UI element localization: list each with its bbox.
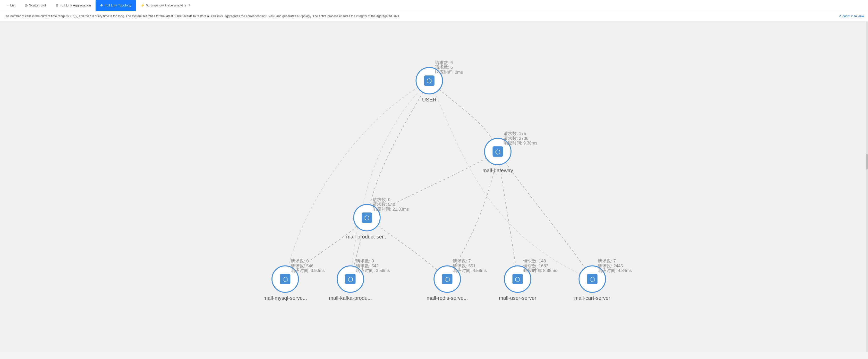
list-icon: ≡ <box>7 3 9 7</box>
node-USER-icon: ⬡ <box>427 77 432 85</box>
node-kafka-stat2: 请求数: 542 <box>356 263 379 268</box>
node-gateway-stat3: 响应时间: 9.38ms <box>503 141 537 145</box>
tab-aggregation-label: Full Link Aggregation <box>60 3 91 7</box>
node-product-stat1: 请求数: 0 <box>373 197 391 202</box>
tab-list-label: List <box>10 3 16 7</box>
node-cart-stat3: 响应时间: 4.84ms <box>598 268 631 273</box>
node-mysql-label: mall-mysql-serve... <box>264 295 307 301</box>
node-gateway-label: mall-gateway <box>483 168 513 173</box>
tab-trace[interactable]: ⚡ Wrong/slow Trace analysis ? <box>136 0 195 11</box>
info-bar: The number of calls in the current time … <box>0 11 868 22</box>
node-gateway-stat1: 请求数: 175 <box>503 131 526 136</box>
node-mall-product[interactable]: ⬡ 请求数: 0 请求数: 546 响应时间: 21.33ms mall-pro… <box>346 197 409 239</box>
edge-user-wide3 <box>429 80 592 279</box>
node-redis-icon: ⬡ <box>444 276 450 283</box>
tab-topology[interactable]: ⊛ Full Link Topology <box>96 0 136 11</box>
edge-user-gateway <box>429 80 498 152</box>
tab-scatter-label: Scatter plot <box>29 3 46 7</box>
tab-scatter[interactable]: ◎ Scatter plot <box>20 0 51 11</box>
node-mysql-stat2: 请求数: 546 <box>291 263 313 268</box>
scrollbar-thumb[interactable] <box>866 154 868 169</box>
node-cart-icon: ⬡ <box>590 276 595 283</box>
node-USER[interactable]: ⬡ 请求数: 6 请求数: 6 响应时间: 0ms USER <box>416 60 463 102</box>
tab-trace-label: Wrong/slow Trace analysis <box>146 3 186 7</box>
node-mall-user[interactable]: ⬡ 请求数: 148 请求数: 1687 响应时间: 8.85ms mall-u… <box>499 259 557 301</box>
node-user-icon: ⬡ <box>515 276 520 283</box>
node-mall-redis[interactable]: ⬡ 请求数: 7 请求数: 551 响应时间: 4.58ms mall-redi… <box>427 259 487 301</box>
node-redis-stat2: 请求数: 551 <box>453 263 475 268</box>
zoom-label: Zoom in to view <box>842 14 864 19</box>
node-product-label: mall-product-ser... <box>346 234 388 239</box>
tab-topology-label: Full Link Topology <box>104 3 131 7</box>
tab-list[interactable]: ≡ List <box>2 0 20 11</box>
scatter-icon: ◎ <box>25 3 28 7</box>
zoom-icon: ↗ <box>839 14 841 19</box>
node-user-stat3: 响应时间: 8.85ms <box>523 268 557 273</box>
node-gateway-stat2: 请求数: 2736 <box>503 136 529 141</box>
topology-svg[interactable]: ⬡ 请求数: 6 请求数: 6 响应时间: 0ms USER ⬡ 请求数: 17… <box>0 22 868 352</box>
tab-aggregation[interactable]: ⊞ Full Link Aggregation <box>51 0 96 11</box>
aggregation-icon: ⊞ <box>55 3 58 7</box>
node-cart-stat2: 请求数: 2445 <box>598 263 623 268</box>
help-icon: ? <box>188 4 190 7</box>
tab-bar: ≡ List ◎ Scatter plot ⊞ Full Link Aggreg… <box>0 0 868 11</box>
node-USER-label: USER <box>422 97 437 102</box>
node-redis-label: mall-redis-serve... <box>427 295 468 301</box>
node-cart-stat1: 请求数: 7 <box>598 259 616 263</box>
node-mysql-icon: ⬡ <box>283 276 288 283</box>
topology-icon: ⊛ <box>100 3 103 7</box>
edge-user-wide2 <box>350 80 429 279</box>
node-product-icon: ⬡ <box>364 215 370 222</box>
node-product-stat2: 请求数: 546 <box>373 202 395 207</box>
node-gateway-icon: ⬡ <box>495 148 500 155</box>
node-mysql-stat1: 请求数: 0 <box>291 259 309 263</box>
node-user-stat2: 请求数: 1687 <box>523 263 548 268</box>
node-mall-gateway[interactable]: ⬡ 请求数: 175 请求数: 2736 响应时间: 9.38ms mall-g… <box>483 131 537 173</box>
node-product-stat3: 响应时间: 21.33ms <box>373 207 409 211</box>
node-kafka-label: mall-kafka-produ... <box>329 295 372 301</box>
node-kafka-stat3: 响应时间: 3.58ms <box>356 268 390 273</box>
node-mysql-stat3: 响应时间: 3.90ms <box>291 268 324 273</box>
trace-icon: ⚡ <box>141 3 145 7</box>
node-user-stat1: 请求数: 148 <box>523 259 546 263</box>
scrollbar-track <box>866 22 868 352</box>
node-kafka-icon: ⬡ <box>348 276 353 283</box>
node-redis-stat1: 请求数: 7 <box>453 259 471 263</box>
node-redis-stat3: 响应时间: 4.58ms <box>453 268 487 273</box>
topology-canvas: ⬡ 请求数: 6 请求数: 6 响应时间: 0ms USER ⬡ 请求数: 17… <box>0 22 868 352</box>
node-USER-stat2: 请求数: 6 <box>435 65 453 70</box>
node-user-label: mall-user-server <box>499 295 536 301</box>
node-USER-stat3: 响应时间: 0ms <box>435 70 463 74</box>
node-kafka-stat1: 请求数: 0 <box>356 259 374 263</box>
node-mall-mysql[interactable]: ⬡ 请求数: 0 请求数: 546 响应时间: 3.90ms mall-mysq… <box>264 259 325 301</box>
node-mall-kafka[interactable]: ⬡ 请求数: 0 请求数: 542 响应时间: 3.58ms mall-kafk… <box>329 259 390 301</box>
node-USER-stat1: 请求数: 6 <box>435 60 453 65</box>
zoom-in-button[interactable]: ↗ Zoom in to view <box>839 14 864 19</box>
info-text: The number of calls in the current time … <box>4 14 400 18</box>
node-cart-label: mall-cart-server <box>574 295 610 301</box>
edge-user-wide1 <box>285 80 429 279</box>
